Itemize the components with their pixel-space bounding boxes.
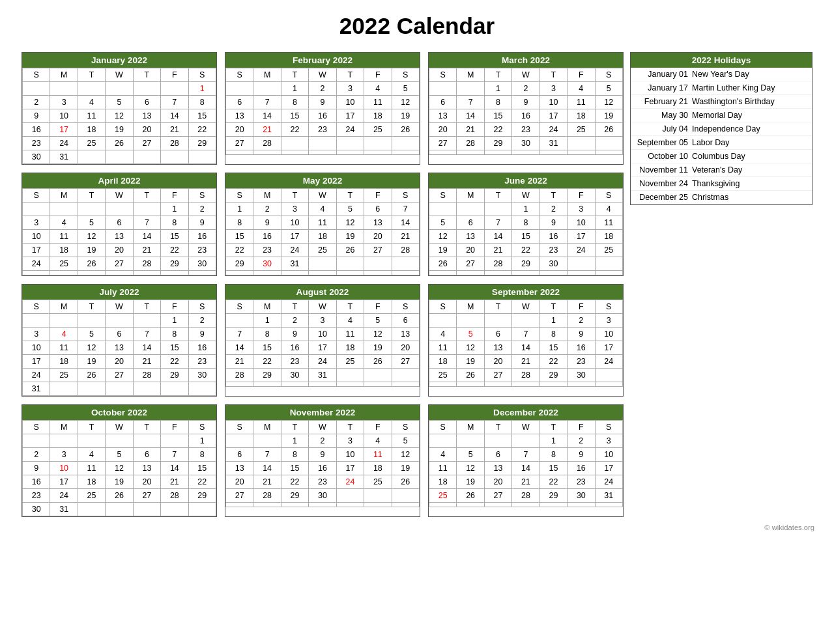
cal-day: 30: [512, 137, 539, 150]
day-header: T: [133, 189, 160, 203]
cal-day: 24: [23, 369, 50, 382]
cal-day: 22: [539, 475, 567, 489]
cal-day: 16: [23, 475, 50, 489]
cal-day: 23: [188, 244, 216, 257]
cal-day: 1: [539, 434, 567, 448]
cal-day: [392, 257, 419, 271]
cal-day: [512, 434, 539, 448]
cal-day: 3: [595, 434, 622, 448]
cal-day: 12: [392, 96, 419, 109]
cal-day: 8: [161, 216, 188, 230]
month-calendar: February 2022SMTWTFS12345678910111213141…: [225, 52, 420, 165]
cal-day: [457, 150, 484, 155]
cal-day: [484, 271, 511, 275]
cal-day: 15: [161, 341, 188, 355]
cal-day: 19: [392, 462, 419, 475]
cal-day: 11: [429, 462, 457, 475]
cal-day: [23, 434, 50, 448]
cal-day: 10: [281, 216, 308, 230]
cal-day: 8: [512, 216, 539, 230]
holiday-date: November 11: [636, 165, 688, 175]
cal-day: 27: [457, 257, 484, 271]
cal-day: 8: [253, 328, 281, 341]
cal-day: 21: [392, 230, 419, 244]
month-calendar: March 2022SMTWTFS12345678910111213141516…: [428, 52, 624, 165]
cal-day: 23: [512, 123, 539, 137]
cal-day: [512, 150, 539, 155]
day-header: T: [78, 189, 105, 203]
cal-day: 11: [78, 109, 105, 123]
cal-day: [484, 203, 511, 216]
day-header: T: [539, 300, 567, 314]
cal-day: 1: [226, 203, 253, 216]
day-header: T: [78, 300, 105, 314]
day-header: T: [336, 189, 364, 203]
cal-day: [253, 271, 281, 275]
cal-day: 2: [568, 434, 595, 448]
cal-day: 16: [539, 230, 567, 244]
day-header: S: [226, 300, 253, 314]
cal-day: 29: [226, 257, 253, 271]
month-header: February 2022: [225, 53, 420, 68]
day-header: T: [484, 421, 511, 434]
cal-day: [253, 503, 281, 507]
cal-day: [281, 382, 308, 387]
cal-day: [226, 382, 253, 387]
cal-day: 10: [568, 216, 595, 230]
day-header: S: [226, 421, 253, 434]
day-header: S: [188, 68, 216, 82]
cal-day: 12: [78, 341, 105, 355]
holiday-name: Columbus Day: [692, 152, 745, 161]
cal-day: 10: [23, 341, 50, 355]
cal-day: 6: [133, 448, 160, 462]
cal-day: 10: [309, 328, 336, 341]
cal-day: [336, 382, 364, 387]
month-calendar: January 2022SMTWTFS123456789101112131415…: [22, 52, 217, 165]
cal-day: [364, 137, 392, 150]
cal-day: 8: [539, 448, 567, 462]
cal-day: 2: [188, 203, 216, 216]
cal-day: 4: [364, 434, 392, 448]
cal-day: 7: [253, 96, 281, 109]
cal-day: [568, 271, 595, 275]
cal-day: [364, 382, 392, 387]
day-header: M: [457, 421, 484, 434]
cal-day: 24: [336, 123, 364, 137]
cal-day: 3: [281, 203, 308, 216]
cal-day: 31: [281, 257, 308, 271]
cal-day: 14: [226, 341, 253, 355]
cal-day: 11: [309, 216, 336, 230]
cal-day: 5: [457, 328, 484, 341]
cal-day: [78, 503, 105, 516]
cal-day: 10: [336, 448, 364, 462]
day-header: W: [309, 189, 336, 203]
day-header: W: [106, 421, 133, 434]
cal-day: [457, 434, 484, 448]
cal-day: 17: [23, 244, 50, 257]
cal-day: 16: [568, 341, 595, 355]
cal-day: 1: [281, 82, 308, 96]
cal-day: [336, 150, 364, 155]
cal-day: [457, 82, 484, 96]
cal-day: 23: [568, 475, 595, 489]
cal-day: [133, 503, 160, 516]
cal-day: 24: [50, 489, 78, 503]
cal-day: 18: [50, 355, 78, 369]
cal-day: [23, 203, 50, 216]
cal-day: 27: [133, 489, 160, 503]
cal-day: 20: [429, 123, 457, 137]
cal-day: 29: [161, 257, 188, 271]
cal-day: 7: [161, 96, 188, 109]
cal-day: 4: [78, 96, 105, 109]
cal-day: [78, 203, 105, 216]
cal-day: 26: [429, 257, 457, 271]
month-calendar: December 2022SMTWTFS12345678910111213141…: [428, 404, 624, 517]
cal-day: 10: [23, 230, 50, 244]
cal-day: [78, 150, 105, 164]
cal-day: 5: [364, 314, 392, 328]
day-header: W: [512, 300, 539, 314]
cal-day: [484, 382, 511, 387]
cal-day: 24: [595, 475, 622, 489]
cal-day: 11: [78, 462, 105, 475]
cal-day: 15: [281, 462, 308, 475]
